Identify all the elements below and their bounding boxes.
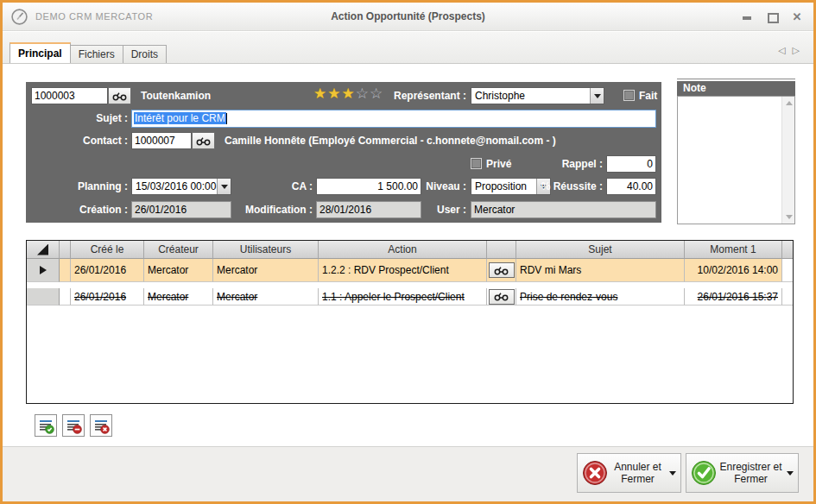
- list-check-icon: [38, 418, 54, 434]
- contact-lookup-button[interactable]: [192, 132, 215, 149]
- binoculars-icon: [493, 266, 510, 275]
- header-filler: [782, 241, 793, 259]
- creation-value: 26/01/2016: [131, 201, 231, 218]
- user-label: User :: [406, 201, 466, 218]
- minimize-icon[interactable]: [741, 11, 753, 23]
- row-lookup-button[interactable]: [489, 289, 515, 305]
- cell-action: 1.2.2 : RDV Prospect/Client: [319, 259, 487, 282]
- chevron-down-icon[interactable]: [590, 88, 604, 104]
- row-selector-cell[interactable]: [27, 259, 60, 282]
- indicator-cell: [60, 259, 71, 282]
- cell-createur: Mercator: [144, 288, 213, 306]
- grid-header-row: Créé le Créateur Utilisateurs Action Suj…: [27, 241, 793, 259]
- list-minus-icon: [66, 418, 82, 434]
- planning-datepicker[interactable]: 15/03/2016 00:00: [131, 178, 231, 195]
- add-action-button[interactable]: [35, 414, 57, 437]
- cell-sujet: RDV mi Mars: [516, 259, 685, 282]
- header-lookup: [487, 241, 516, 259]
- header-action[interactable]: Action: [319, 241, 487, 259]
- annuler-fermer-label: Annuler et Fermer: [608, 461, 667, 485]
- close-icon[interactable]: ✕: [791, 11, 803, 23]
- nav-left-icon[interactable]: ◁: [778, 45, 785, 56]
- rappel-field[interactable]: [606, 155, 656, 173]
- sujet-label: Sujet :: [59, 110, 128, 127]
- chevron-down-icon[interactable]: [669, 471, 676, 476]
- nav-right-icon[interactable]: ▷: [793, 45, 800, 56]
- prive-checkbox[interactable]: [471, 158, 482, 169]
- table-row[interactable]: 26/01/2016 Mercator Mercator 1.2.2 : RDV…: [27, 259, 793, 282]
- reussite-field[interactable]: [606, 178, 656, 195]
- row-selector-cell[interactable]: [27, 288, 60, 306]
- tab-droits[interactable]: Droits: [123, 45, 167, 63]
- indicator-header: [60, 241, 71, 259]
- contact-code-field[interactable]: [131, 132, 192, 149]
- representant-combobox[interactable]: Christophe: [471, 87, 604, 104]
- star-filled-icon[interactable]: ★: [327, 85, 341, 102]
- star-filled-icon[interactable]: ★: [313, 85, 327, 102]
- cell-moment: 26/01/2016 15:37: [685, 288, 782, 306]
- cell-filler: [782, 288, 793, 306]
- header-createur[interactable]: Créateur: [144, 241, 213, 259]
- header-cree-le[interactable]: Créé le: [71, 241, 144, 259]
- contact-info: Camille Honnête (Employé Commercial - c.…: [225, 132, 556, 149]
- cell-lookup: [487, 288, 516, 306]
- window-title: Action Opportunité (Prospects): [3, 3, 813, 31]
- fait-checkbox[interactable]: [623, 90, 635, 101]
- ca-label: CA :: [261, 178, 313, 195]
- chevron-down-icon[interactable]: [217, 179, 231, 194]
- cell-moment: 10/02/2016 14:00: [685, 259, 782, 282]
- cell-action: 1.1 : Appeler le Prospect/Client: [319, 288, 487, 306]
- cell-sujet: Prise de rendez-vous: [516, 288, 685, 306]
- remove-action-button[interactable]: [62, 414, 85, 437]
- cell-createur: Mercator: [144, 259, 213, 282]
- code-field[interactable]: [31, 87, 108, 104]
- niveau-value: Proposition: [471, 179, 536, 194]
- header-moment[interactable]: Moment 1: [685, 241, 782, 259]
- sujet-input[interactable]: Intérêt pour le CRM: [131, 110, 656, 128]
- header-utilisateurs[interactable]: Utilisateurs: [213, 241, 319, 259]
- code-lookup-button[interactable]: [108, 87, 131, 104]
- cell-cree: 26/01/2016: [71, 259, 144, 282]
- rappel-label: Rappel :: [542, 155, 603, 173]
- list-cross-icon: [93, 418, 110, 434]
- tab-principal[interactable]: Principal: [9, 42, 71, 63]
- corner-triangle-icon: [37, 244, 48, 255]
- creation-label: Création :: [59, 201, 128, 218]
- main-form-panel: Toutenkamion ★★★☆☆ Représentant : Christ…: [26, 82, 661, 223]
- reussite-label: % Réussite :: [532, 178, 603, 195]
- select-all-header[interactable]: [27, 241, 60, 259]
- cancel-circle-icon: [582, 460, 608, 486]
- note-title: Note: [677, 81, 795, 96]
- star-filled-icon[interactable]: ★: [342, 85, 356, 102]
- footer-bar: Annuler et Fermer Enregistrer et Fermer: [3, 446, 813, 501]
- tab-strip: Principal Fichiers Droits ◁ ▷: [3, 32, 813, 64]
- planning-label: Planning :: [59, 178, 128, 195]
- table-row[interactable]: 26/01/2016 Mercator Mercator 1.1 : Appel…: [27, 288, 793, 306]
- planning-value: 15/03/2016 00:00: [132, 179, 217, 194]
- row-lookup-button[interactable]: [489, 262, 515, 278]
- header-sujet[interactable]: Sujet: [516, 241, 685, 259]
- contact-label: Contact :: [50, 132, 128, 149]
- niveau-label: Niveau :: [406, 178, 466, 195]
- binoculars-icon: [111, 91, 129, 101]
- enregistrer-fermer-button[interactable]: Enregistrer et Fermer: [686, 453, 799, 493]
- scroll-down-icon[interactable]: [782, 211, 795, 224]
- tab-fichiers[interactable]: Fichiers: [71, 45, 123, 63]
- cell-lookup: [487, 259, 516, 282]
- chevron-down-icon[interactable]: [787, 471, 794, 476]
- actions-grid: Créé le Créateur Utilisateurs Action Suj…: [26, 240, 794, 404]
- binoculars-icon: [493, 292, 510, 301]
- note-scrollbar[interactable]: [781, 97, 794, 224]
- row-separator: [27, 282, 793, 288]
- app-window: DEMO CRM MERCATOR Action Opportunité (Pr…: [0, 0, 816, 504]
- cell-cree: 26/01/2016: [71, 288, 144, 306]
- maximize-icon[interactable]: [766, 11, 778, 23]
- cell-filler: [782, 259, 793, 282]
- fait-label: Fait: [639, 87, 657, 104]
- annuler-fermer-button[interactable]: Annuler et Fermer: [577, 453, 681, 493]
- note-textarea[interactable]: [677, 96, 795, 224]
- scroll-up-icon[interactable]: [782, 97, 795, 110]
- cancel-action-button[interactable]: [90, 414, 112, 437]
- current-row-icon: [40, 266, 47, 274]
- text-cursor: [226, 113, 227, 124]
